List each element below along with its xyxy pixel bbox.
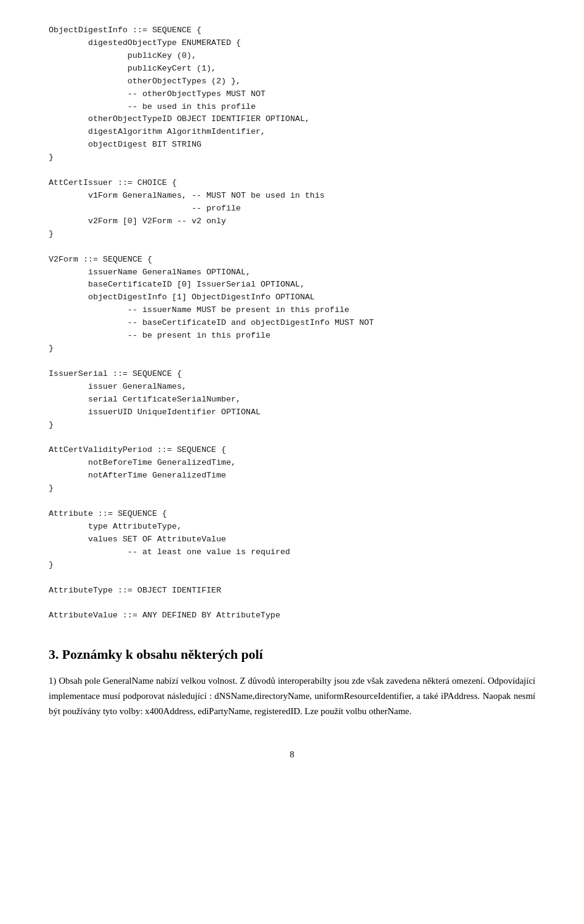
code-block: ObjectDigestInfo ::= SEQUENCE { digested… [49,24,535,622]
page-number: 8 [49,749,535,760]
section-heading: 3. Poznámky k obsahu některých polí [49,647,535,662]
paragraph-1: 1) Obsah pole GeneralName nabízí velkou … [49,673,535,718]
